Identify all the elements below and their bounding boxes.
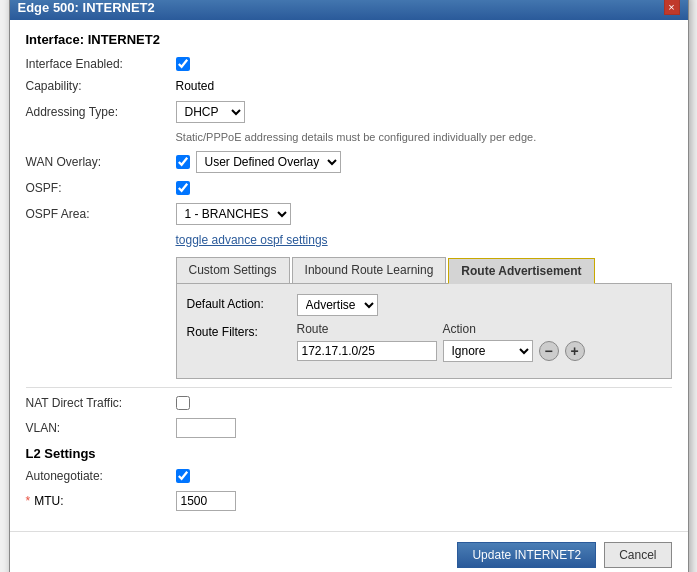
- autonegotiate-checkbox[interactable]: [176, 469, 190, 483]
- vlan-label: VLAN:: [26, 421, 176, 435]
- route-advertisement-panel: Default Action: Advertise Ignore Route F…: [176, 284, 672, 379]
- vlan-value: [176, 418, 236, 438]
- close-button[interactable]: ×: [664, 0, 680, 15]
- ospf-area-select[interactable]: 1 - BRANCHES 0 - BACKBONE: [176, 203, 291, 225]
- remove-route-filter-button[interactable]: −: [539, 341, 559, 361]
- interface-enabled-checkbox[interactable]: [176, 57, 190, 71]
- route-filters-row: Route Filters: Route Action Ignore Adver…: [187, 322, 661, 362]
- mtu-input[interactable]: [176, 491, 236, 511]
- wan-overlay-checkbox[interactable]: [176, 155, 190, 169]
- ospf-value: [176, 181, 190, 195]
- tab-route-advertisement[interactable]: Route Advertisement: [448, 258, 594, 284]
- ospf-area-value: 1 - BRANCHES 0 - BACKBONE: [176, 203, 291, 225]
- nat-direct-traffic-checkbox[interactable]: [176, 396, 190, 410]
- ospf-row: OSPF:: [26, 181, 672, 195]
- dialog-content: Interface: INTERNET2 Interface Enabled: …: [10, 20, 688, 531]
- autonegotiate-value: [176, 469, 190, 483]
- route-filter-row-0: Ignore Advertise − +: [297, 340, 585, 362]
- cancel-button[interactable]: Cancel: [604, 542, 671, 568]
- dialog-footer: Update INTERNET2 Cancel: [10, 531, 688, 572]
- default-action-value: Advertise Ignore: [297, 294, 378, 316]
- default-action-label: Default Action:: [187, 294, 297, 311]
- route-column-header: Route: [297, 322, 437, 336]
- mtu-row: * MTU:: [26, 491, 672, 511]
- interface-enabled-label: Interface Enabled:: [26, 57, 176, 71]
- wan-overlay-label: WAN Overlay:: [26, 155, 176, 169]
- action-column-header: Action: [443, 322, 533, 336]
- ospf-area-label: OSPF Area:: [26, 207, 176, 221]
- ospf-checkbox[interactable]: [176, 181, 190, 195]
- wan-overlay-select[interactable]: User Defined Overlay Auto Detect Disable…: [196, 151, 341, 173]
- vlan-input[interactable]: [176, 418, 236, 438]
- route-filters-label: Route Filters:: [187, 322, 297, 339]
- tab-inbound-route-learning[interactable]: Inbound Route Learning: [292, 257, 447, 283]
- tab-custom-settings[interactable]: Custom Settings: [176, 257, 290, 283]
- add-route-filter-button[interactable]: +: [565, 341, 585, 361]
- mtu-asterisk: *: [26, 494, 31, 508]
- mtu-label: MTU:: [34, 494, 63, 508]
- autonegotiate-label: Autonegotiate:: [26, 469, 176, 483]
- nat-direct-traffic-value: [176, 396, 190, 410]
- update-button[interactable]: Update INTERNET2: [457, 542, 596, 568]
- addressing-type-select[interactable]: DHCP Static PPPoE: [176, 101, 245, 123]
- capability-value: Routed: [176, 79, 215, 93]
- ospf-label: OSPF:: [26, 181, 176, 195]
- tabs-bar: Custom Settings Inbound Route Learning R…: [176, 257, 672, 284]
- default-action-select[interactable]: Advertise Ignore: [297, 294, 378, 316]
- addressing-type-row: Addressing Type: DHCP Static PPPoE: [26, 101, 672, 123]
- wan-overlay-value: User Defined Overlay Auto Detect Disable…: [176, 151, 341, 173]
- toggle-ospf-link[interactable]: toggle advance ospf settings: [176, 233, 672, 247]
- route-filter-input-0[interactable]: [297, 341, 437, 361]
- dialog-title: Edge 500: INTERNET2: [18, 0, 155, 15]
- interface-title: Interface: INTERNET2: [26, 32, 672, 47]
- nat-direct-traffic-label: NAT Direct Traffic:: [26, 396, 176, 410]
- title-bar: Edge 500: INTERNET2 ×: [10, 0, 688, 20]
- interface-enabled-value: [176, 57, 190, 71]
- route-filters-header: Route Action: [297, 322, 585, 336]
- tabs-container: Custom Settings Inbound Route Learning R…: [176, 257, 672, 379]
- ospf-area-row: OSPF Area: 1 - BRANCHES 0 - BACKBONE: [26, 203, 672, 225]
- l2-settings-title: L2 Settings: [26, 446, 672, 461]
- capability-row: Capability: Routed: [26, 79, 672, 93]
- addressing-hint: Static/PPPoE addressing details must be …: [176, 131, 672, 143]
- wan-overlay-row: WAN Overlay: User Defined Overlay Auto D…: [26, 151, 672, 173]
- nat-direct-traffic-row: NAT Direct Traffic:: [26, 396, 672, 410]
- interface-enabled-row: Interface Enabled:: [26, 57, 672, 71]
- main-dialog: Edge 500: INTERNET2 × Interface: INTERNE…: [9, 0, 689, 572]
- route-filter-action-select-0[interactable]: Ignore Advertise: [443, 340, 533, 362]
- addressing-type-label: Addressing Type:: [26, 105, 176, 119]
- vlan-row: VLAN:: [26, 418, 672, 438]
- default-action-row: Default Action: Advertise Ignore: [187, 294, 661, 316]
- route-filters-content: Route Action Ignore Advertise − +: [297, 322, 585, 362]
- capability-label: Capability:: [26, 79, 176, 93]
- autonegotiate-row: Autonegotiate:: [26, 469, 672, 483]
- addressing-type-value: DHCP Static PPPoE: [176, 101, 245, 123]
- mtu-value: [176, 491, 236, 511]
- mtu-label-container: * MTU:: [26, 494, 176, 508]
- divider-1: [26, 387, 672, 388]
